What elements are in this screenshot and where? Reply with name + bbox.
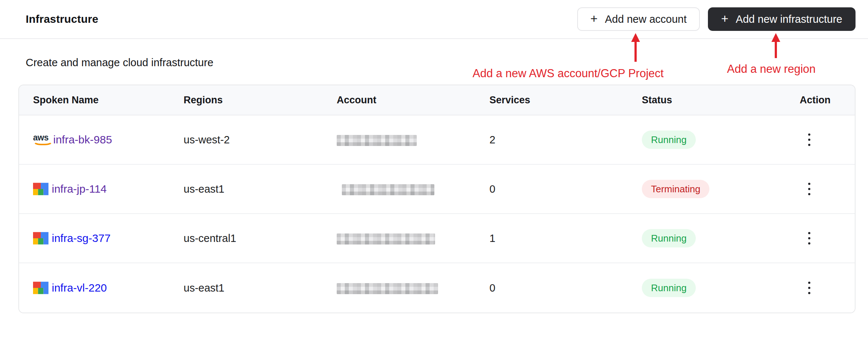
account-cell bbox=[323, 232, 475, 244]
annotation-arrow-up-icon bbox=[634, 41, 637, 62]
table-row: aws bbox=[19, 165, 855, 214]
column-header-account: Account bbox=[323, 94, 475, 106]
table-row: aws bbox=[19, 115, 855, 165]
spoken-name-cell: aws bbox=[19, 133, 170, 146]
kebab-menu-icon[interactable] bbox=[804, 229, 814, 247]
account-cell bbox=[323, 282, 475, 294]
status-cell: Terminating bbox=[628, 180, 786, 198]
gcp-icon bbox=[33, 282, 48, 294]
kebab-menu-icon[interactable] bbox=[804, 279, 814, 297]
services-cell: 2 bbox=[475, 134, 628, 146]
services-cell: 0 bbox=[475, 282, 628, 294]
add-account-label: Add new account bbox=[605, 13, 687, 25]
plus-icon bbox=[590, 12, 598, 25]
gcp-icon bbox=[33, 232, 48, 245]
region-cell: us-west-2 bbox=[170, 134, 323, 146]
region-cell: us-central1 bbox=[170, 232, 323, 245]
status-badge: Terminating bbox=[642, 180, 709, 198]
column-header-status: Status bbox=[628, 94, 786, 106]
action-cell bbox=[786, 180, 855, 198]
add-account-button[interactable]: Add new account bbox=[577, 7, 700, 31]
column-header-spoken-name: Spoken Name bbox=[19, 94, 170, 106]
infrastructure-link[interactable]: infra-sg-377 bbox=[52, 232, 111, 245]
annotation-account-note: Add a new AWS account/GCP Project bbox=[473, 67, 663, 80]
add-infrastructure-label: Add new infrastructure bbox=[736, 13, 842, 25]
page-subtitle: Create and manage cloud infrastructure bbox=[26, 57, 213, 69]
page-header: Infrastructure Add new account Add new i… bbox=[0, 0, 868, 39]
infrastructure-link[interactable]: infra-vl-220 bbox=[52, 282, 107, 294]
infrastructure-link[interactable]: infra-jp-114 bbox=[52, 183, 107, 195]
table-row: aws bbox=[19, 263, 855, 313]
aws-icon: aws bbox=[33, 133, 50, 146]
region-cell: us-east1 bbox=[170, 282, 323, 294]
redacted-account-value bbox=[342, 184, 434, 195]
redacted-account-value bbox=[337, 233, 435, 245]
account-cell bbox=[323, 133, 475, 146]
redacted-account-value bbox=[337, 283, 438, 294]
status-cell: Running bbox=[628, 229, 786, 247]
status-badge: Running bbox=[642, 131, 696, 149]
column-header-regions: Regions bbox=[170, 94, 323, 106]
status-cell: Running bbox=[628, 131, 786, 149]
action-cell bbox=[786, 131, 855, 149]
spoken-name-cell: aws bbox=[19, 232, 170, 245]
page-title: Infrastructure bbox=[26, 13, 98, 25]
redacted-account-value bbox=[337, 135, 417, 146]
infrastructure-link[interactable]: infra-bk-985 bbox=[53, 133, 112, 146]
kebab-menu-icon[interactable] bbox=[804, 180, 814, 198]
region-cell: us-east1 bbox=[170, 183, 323, 195]
services-cell: 1 bbox=[475, 232, 628, 245]
spoken-name-cell: aws bbox=[19, 282, 170, 294]
status-badge: Running bbox=[642, 229, 696, 247]
table-body: aws bbox=[19, 115, 855, 313]
infrastructure-table: Spoken Name Regions Account Services Sta… bbox=[18, 85, 856, 313]
plus-icon bbox=[721, 12, 728, 25]
annotation-arrow-up-icon bbox=[775, 41, 777, 58]
spoken-name-cell: aws bbox=[19, 183, 170, 195]
action-cell bbox=[786, 229, 855, 247]
status-cell: Running bbox=[628, 279, 786, 297]
header-toolbar: Add new account Add new infrastructure bbox=[577, 7, 856, 31]
account-cell bbox=[323, 183, 475, 195]
status-badge: Running bbox=[642, 279, 696, 297]
add-infrastructure-button[interactable]: Add new infrastructure bbox=[708, 7, 856, 31]
kebab-menu-icon[interactable] bbox=[804, 131, 814, 149]
table-row: aws bbox=[19, 214, 855, 263]
annotation-region-note: Add a new region bbox=[727, 63, 815, 76]
gcp-icon bbox=[33, 183, 48, 195]
services-cell: 0 bbox=[475, 183, 628, 195]
table-header-row: Spoken Name Regions Account Services Sta… bbox=[19, 85, 855, 115]
column-header-action: Action bbox=[786, 94, 855, 106]
column-header-services: Services bbox=[475, 94, 628, 106]
action-cell bbox=[786, 279, 855, 297]
